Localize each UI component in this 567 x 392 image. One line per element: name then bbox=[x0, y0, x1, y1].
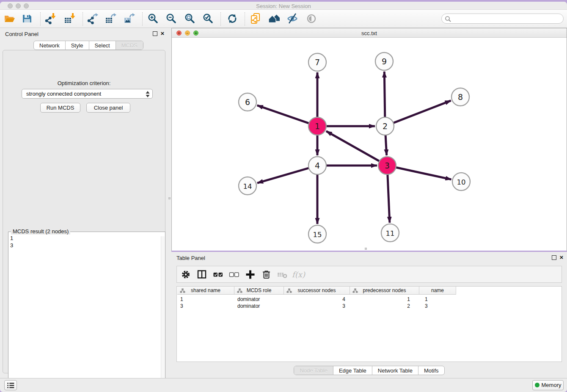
unselect-all-columns-icon[interactable] bbox=[228, 269, 240, 280]
vertical-splitter[interactable] bbox=[168, 28, 171, 378]
tab-node-table[interactable]: Node Table bbox=[294, 366, 333, 375]
canvas-resize-knob[interactable] bbox=[365, 248, 367, 250]
edge-4-14[interactable] bbox=[257, 168, 310, 183]
show-all-icon[interactable] bbox=[306, 13, 318, 25]
node-label-6: 6 bbox=[245, 97, 250, 107]
result-line: 1 bbox=[10, 235, 13, 242]
memory-button[interactable]: Memory bbox=[532, 380, 564, 390]
cell-mcds-role[interactable]: dominator bbox=[237, 296, 282, 303]
refresh-layout-icon[interactable] bbox=[226, 13, 239, 25]
column-header-mcds-role[interactable]: MCDS role bbox=[234, 287, 284, 295]
tab-edge-table[interactable]: Edge Table bbox=[333, 366, 372, 375]
table-settings-icon[interactable] bbox=[180, 269, 192, 280]
close-panel-icon[interactable] bbox=[160, 30, 165, 36]
main-toolbar bbox=[0, 10, 567, 28]
network-canvas[interactable]: 7968124314101511 bbox=[172, 38, 567, 251]
control-panel-tabs: Network Style Select MCDS bbox=[33, 41, 143, 50]
select-all-columns-icon[interactable] bbox=[212, 269, 224, 280]
copy-network-icon[interactable] bbox=[250, 13, 262, 25]
search-input[interactable] bbox=[453, 15, 559, 22]
close-panel-button[interactable]: Close panel bbox=[86, 103, 130, 113]
column-label: name bbox=[431, 287, 444, 293]
float-table-panel-icon[interactable] bbox=[552, 255, 556, 260]
optimization-criterion-select[interactable]: strongly connected component bbox=[22, 89, 153, 99]
tab-mcds[interactable]: MCDS bbox=[116, 41, 143, 50]
zoom-out-icon[interactable] bbox=[165, 13, 178, 25]
cell-name[interactable]: 1 bbox=[425, 296, 454, 303]
column-header-name[interactable]: name bbox=[419, 287, 456, 295]
import-table-icon[interactable] bbox=[63, 13, 76, 25]
table-toolbar: f(x) bbox=[176, 266, 562, 283]
edge-2-3[interactable] bbox=[385, 134, 387, 155]
splitter-knob[interactable] bbox=[168, 197, 171, 199]
cell-shared-name[interactable]: 1 bbox=[180, 296, 231, 303]
toolbar-separator bbox=[245, 12, 245, 26]
tab-motifs[interactable]: Motifs bbox=[418, 366, 444, 375]
table-panel-title: Table Panel bbox=[176, 255, 205, 261]
network-window-titlebar[interactable]: scc.txt bbox=[172, 28, 567, 38]
cell-successor-nodes[interactable]: 4 bbox=[284, 296, 345, 303]
tab-select[interactable]: Select bbox=[89, 41, 116, 50]
cell-name[interactable]: 3 bbox=[425, 303, 454, 309]
optimization-criterion-label: Optimization criterion: bbox=[3, 80, 165, 86]
zoom-fit-icon[interactable] bbox=[184, 13, 197, 25]
table-tabs: Node Table Edge Table Network Table Moti… bbox=[171, 366, 567, 375]
cell-shared-name[interactable]: 3 bbox=[180, 303, 231, 309]
edge-3-11[interactable] bbox=[388, 174, 390, 223]
cell-mcds-role[interactable]: dominator bbox=[237, 303, 282, 309]
column-type-icon bbox=[180, 288, 185, 293]
hide-selected-icon[interactable] bbox=[286, 13, 299, 25]
cell-predecessor-nodes[interactable]: 1 bbox=[350, 296, 410, 303]
column-header-predecessor-nodes[interactable]: predecessor nodes bbox=[350, 287, 419, 295]
import-network-icon[interactable] bbox=[44, 13, 57, 25]
export-image-icon[interactable] bbox=[123, 13, 136, 25]
export-network-icon[interactable] bbox=[86, 13, 99, 25]
graph-svg: 7968124314101511 bbox=[172, 38, 567, 251]
export-table-icon[interactable] bbox=[105, 13, 117, 25]
save-session-icon[interactable] bbox=[21, 13, 34, 25]
network-view-title: scc.txt bbox=[172, 30, 567, 36]
node-label-9: 9 bbox=[382, 57, 387, 66]
node-label-10: 10 bbox=[457, 178, 466, 186]
result-line: 3 bbox=[10, 242, 13, 249]
edge-1-6[interactable] bbox=[257, 105, 310, 124]
table-panel: Table Panel f(x) bbox=[171, 252, 567, 378]
node-label-7: 7 bbox=[315, 58, 320, 67]
edge-3-10[interactable] bbox=[395, 167, 451, 179]
run-mcds-button[interactable]: Run MCDS bbox=[40, 103, 80, 113]
delete-table-icon bbox=[277, 269, 288, 280]
toolbar-separator bbox=[220, 12, 221, 26]
task-history-button[interactable] bbox=[4, 380, 17, 390]
select-stepper-icon bbox=[146, 91, 150, 97]
network-overview-icon[interactable] bbox=[268, 13, 281, 25]
task-list-icon bbox=[6, 381, 17, 390]
float-panel-icon[interactable] bbox=[153, 31, 157, 36]
column-label: successor nodes bbox=[297, 287, 336, 293]
zoom-selected-icon[interactable] bbox=[202, 13, 215, 25]
edge-2-9[interactable] bbox=[384, 72, 385, 118]
toolbar-separator bbox=[40, 12, 41, 26]
search-box bbox=[441, 14, 564, 24]
result-scrollbar[interactable] bbox=[161, 236, 165, 392]
edge-2-8[interactable] bbox=[393, 101, 451, 123]
mcds-result-box: MCDS result (2 nodes) 1 3 bbox=[8, 232, 165, 392]
application-window: Session: New Session bbox=[0, 0, 567, 392]
column-header-shared-name[interactable]: shared name bbox=[177, 287, 234, 295]
add-column-icon[interactable] bbox=[245, 269, 256, 280]
function-builder-icon: f(x) bbox=[293, 269, 304, 280]
column-header-successor-nodes[interactable]: successor nodes bbox=[284, 287, 350, 295]
edge-3-1[interactable] bbox=[326, 131, 380, 162]
tab-style[interactable]: Style bbox=[65, 41, 89, 50]
open-session-icon[interactable] bbox=[4, 13, 17, 25]
mcds-tab-content: Optimization criterion: strongly connect… bbox=[3, 50, 165, 373]
tab-network[interactable]: Network bbox=[34, 41, 65, 50]
delete-columns-icon[interactable] bbox=[261, 269, 272, 280]
node-label-14: 14 bbox=[243, 182, 252, 190]
close-table-panel-icon[interactable] bbox=[559, 254, 564, 260]
node-label-11: 11 bbox=[386, 229, 395, 237]
tab-network-table[interactable]: Network Table bbox=[372, 366, 418, 375]
zoom-in-icon[interactable] bbox=[147, 13, 160, 25]
cell-successor-nodes[interactable]: 3 bbox=[284, 303, 345, 309]
cell-predecessor-nodes[interactable]: 2 bbox=[350, 303, 410, 309]
column-layout-icon[interactable] bbox=[196, 269, 208, 280]
